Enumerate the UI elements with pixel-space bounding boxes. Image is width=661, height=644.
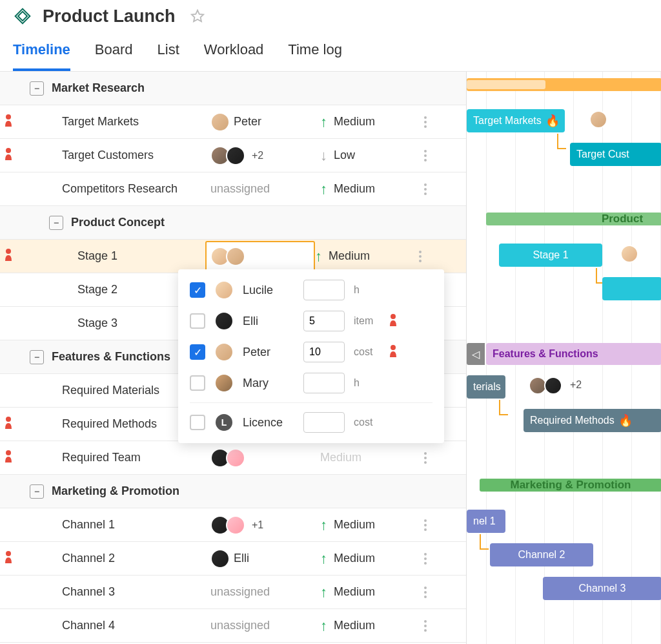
svg-point-10 bbox=[391, 345, 396, 350]
row-menu-button[interactable] bbox=[417, 519, 434, 531]
group-row[interactable]: − Market Research bbox=[0, 72, 466, 105]
task-row[interactable]: Competitors Research unassigned ↑Medium bbox=[0, 172, 466, 206]
row-menu-button[interactable] bbox=[417, 183, 434, 195]
row-menu-button[interactable] bbox=[417, 620, 434, 632]
task-row[interactable]: Stage 1 ↑Medium bbox=[0, 240, 466, 273]
svg-point-4 bbox=[6, 148, 11, 153]
overload-icon bbox=[4, 450, 13, 466]
avatar bbox=[214, 373, 234, 393]
row-menu-button[interactable] bbox=[417, 587, 434, 598]
estimate-input[interactable] bbox=[303, 342, 345, 362]
priority-cell[interactable]: Medium bbox=[320, 451, 417, 464]
gantt-bar-target-customers[interactable]: Target Cust bbox=[570, 143, 661, 166]
task-row[interactable]: Target Customers +2 ↓Low bbox=[0, 139, 466, 172]
assignee-cell-selected[interactable] bbox=[205, 241, 315, 272]
assignee-cell[interactable]: unassigned bbox=[210, 619, 320, 632]
checkbox[interactable]: ✓ bbox=[190, 282, 205, 298]
gantt-bar-channel3[interactable]: Channel 3 bbox=[543, 577, 661, 600]
resource-avatar: L bbox=[214, 413, 234, 432]
svg-marker-2 bbox=[191, 10, 203, 21]
priority-cell[interactable]: ↑Medium bbox=[320, 550, 417, 567]
group-row[interactable]: − Marketing & Promotion bbox=[0, 475, 466, 508]
checkbox[interactable] bbox=[190, 313, 205, 329]
dropdown-item[interactable]: ✓ Lucile h bbox=[178, 275, 444, 306]
gantt-bar-channel2[interactable]: Channel 2 bbox=[490, 543, 593, 566]
overload-icon bbox=[4, 248, 13, 264]
view-tabs: Timeline Board List Workload Time log bbox=[0, 30, 661, 72]
project-title: Product Launch bbox=[43, 6, 176, 26]
avatar bbox=[226, 146, 245, 165]
task-name: Required Team bbox=[49, 451, 210, 464]
overload-icon bbox=[389, 344, 400, 360]
dropdown-item[interactable]: Mary h bbox=[178, 368, 444, 399]
row-menu-button[interactable] bbox=[417, 553, 434, 565]
priority-cell[interactable]: ↑Medium bbox=[320, 517, 417, 534]
tab-timelog[interactable]: Time log bbox=[288, 41, 342, 71]
collapse-button[interactable]: − bbox=[30, 350, 44, 364]
flame-icon: 🔥 bbox=[545, 114, 560, 128]
overload-icon bbox=[4, 147, 13, 163]
row-menu-button[interactable] bbox=[412, 251, 429, 262]
checkbox[interactable] bbox=[190, 415, 205, 430]
avatar bbox=[226, 448, 245, 468]
priority-cell[interactable]: ↑Medium bbox=[320, 114, 417, 130]
assignee-cell[interactable]: unassigned bbox=[210, 182, 320, 196]
estimate-input[interactable] bbox=[303, 311, 345, 331]
flame-icon: 🔥 bbox=[618, 413, 633, 428]
checkbox[interactable] bbox=[190, 375, 205, 391]
priority-cell[interactable]: ↑Medium bbox=[320, 181, 417, 198]
tab-board[interactable]: Board bbox=[95, 41, 133, 71]
collapse-button[interactable]: − bbox=[30, 484, 44, 499]
estimate-input[interactable] bbox=[303, 373, 345, 393]
priority-cell[interactable]: ↑Medium bbox=[320, 618, 417, 634]
task-name: Target Customers bbox=[49, 149, 210, 162]
tab-timeline[interactable]: Timeline bbox=[13, 41, 70, 71]
estimate-input[interactable] bbox=[303, 280, 345, 300]
priority-cell[interactable]: ↑Medium bbox=[320, 584, 417, 601]
tab-workload[interactable]: Workload bbox=[204, 41, 264, 71]
dropdown-item[interactable]: Elli item bbox=[178, 306, 444, 337]
avatar bbox=[214, 342, 234, 362]
assignee-cell[interactable] bbox=[210, 448, 320, 468]
gantt-bar-methods[interactable]: Required Methods🔥 bbox=[524, 409, 661, 432]
gantt-bar-stage1[interactable]: Stage 1 bbox=[499, 244, 602, 267]
assignee-cell[interactable]: +1 bbox=[210, 515, 320, 535]
gantt-group-bar-features[interactable]: Features & Functions bbox=[486, 343, 661, 365]
priority-cell[interactable]: ↓Low bbox=[320, 147, 417, 164]
assignee-cell[interactable]: Peter bbox=[210, 112, 320, 132]
row-menu-button[interactable] bbox=[417, 116, 434, 128]
collapse-button[interactable]: − bbox=[30, 81, 44, 96]
estimate-input[interactable] bbox=[303, 412, 345, 433]
task-row[interactable]: Channel 2 Elli ↑Medium bbox=[0, 542, 466, 576]
row-menu-button[interactable] bbox=[417, 452, 434, 464]
gantt-bar-target-markets[interactable]: Target Markets🔥 bbox=[467, 109, 565, 132]
dropdown-item[interactable]: ✓ Peter cost bbox=[178, 337, 444, 368]
assignee-cell[interactable]: Elli bbox=[210, 549, 320, 568]
task-row[interactable]: Target Markets Peter ↑Medium bbox=[0, 105, 466, 139]
avatar bbox=[210, 549, 230, 568]
dropdown-item[interactable]: L Licence cost bbox=[178, 407, 444, 438]
collapse-button[interactable]: − bbox=[49, 216, 63, 230]
tab-list[interactable]: List bbox=[158, 41, 179, 71]
assignee-cell[interactable]: +2 bbox=[210, 146, 320, 165]
task-row[interactable]: Required Team Medium bbox=[0, 441, 466, 475]
svg-point-6 bbox=[6, 417, 11, 422]
task-row[interactable]: Channel 3 unassigned ↑Medium bbox=[0, 576, 466, 609]
task-name: Competitors Research bbox=[49, 182, 210, 196]
gantt-bar-channel1[interactable]: nel 1 bbox=[467, 510, 505, 533]
avatar bbox=[226, 515, 245, 535]
arrow-up-icon: ↑ bbox=[320, 584, 327, 601]
collapse-handle[interactable]: ◁ bbox=[467, 343, 485, 365]
group-row[interactable]: − Product Concept bbox=[0, 206, 466, 240]
gantt-pane[interactable]: Target Markets🔥 Target Cust Product Stag… bbox=[466, 72, 661, 644]
gantt-bar-materials[interactable]: terials bbox=[467, 375, 505, 399]
row-menu-button[interactable] bbox=[417, 150, 434, 161]
assignee-cell[interactable]: unassigned bbox=[210, 585, 320, 599]
checkbox[interactable]: ✓ bbox=[190, 344, 205, 360]
task-row[interactable]: Channel 4 unassigned ↑Medium bbox=[0, 609, 466, 643]
gantt-group-label: Marketing & Promotion bbox=[480, 473, 661, 497]
priority-cell[interactable]: ↑Medium bbox=[315, 248, 412, 265]
gantt-bar-stage2[interactable] bbox=[602, 277, 661, 300]
favorite-star-button[interactable] bbox=[190, 8, 205, 24]
task-row[interactable]: Channel 1 +1 ↑Medium bbox=[0, 508, 466, 542]
